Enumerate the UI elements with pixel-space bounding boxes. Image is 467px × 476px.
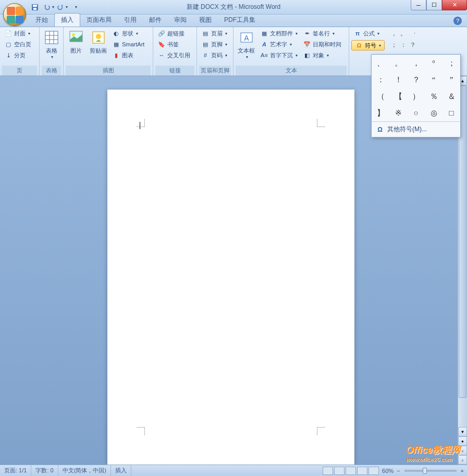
symbol-cell[interactable]: 】 bbox=[372, 105, 389, 121]
view-web-button[interactable] bbox=[346, 467, 356, 475]
footer-button[interactable]: ▤页脚▾ bbox=[199, 39, 229, 49]
header-button[interactable]: ▤页眉▾ bbox=[199, 28, 229, 39]
status-language[interactable]: 中文(简体，中国) bbox=[58, 465, 111, 476]
tab-references[interactable]: 引用 bbox=[118, 14, 143, 27]
zoom-slider[interactable] bbox=[404, 470, 457, 472]
hyperlink-button[interactable]: 🔗超链接 bbox=[155, 28, 192, 39]
save-icon[interactable] bbox=[29, 2, 41, 13]
title-bar: ▾ ▾ ▾ 新建 DOCX 文档 - Microsoft Word ─ ☐ ✕ bbox=[0, 0, 467, 15]
status-mode[interactable]: 插入 bbox=[111, 465, 131, 476]
symbol-cell[interactable]: ； bbox=[443, 55, 460, 71]
wordart-button[interactable]: A艺术字▾ bbox=[258, 39, 300, 49]
minimize-button[interactable]: ─ bbox=[411, 0, 426, 10]
help-button[interactable]: ? bbox=[453, 17, 462, 25]
redo-icon[interactable]: ▾ bbox=[56, 2, 68, 13]
page-break-button[interactable]: ⤓分页 bbox=[2, 50, 33, 60]
symbol-cell[interactable]: ： bbox=[372, 71, 389, 88]
quick-parts-button[interactable]: ▦文档部件▾ bbox=[258, 28, 300, 39]
bookmark-button[interactable]: 🔖书签 bbox=[155, 39, 192, 49]
symbol-cell[interactable]: 、 bbox=[372, 55, 389, 71]
symbol-cell[interactable]: ° bbox=[425, 55, 443, 71]
status-bar: 页面: 1/1 字数: 0 中文(简体，中国) 插入 60% − + bbox=[0, 465, 467, 476]
tab-insert[interactable]: 插入 bbox=[54, 13, 80, 27]
dropcap-button[interactable]: A≡首字下沉▾ bbox=[258, 50, 300, 60]
zoom-level[interactable]: 60% bbox=[382, 468, 394, 474]
view-fullscreen-button[interactable] bbox=[334, 467, 345, 475]
tab-view[interactable]: 视图 bbox=[193, 14, 218, 27]
group-tables: 表格▾ 表格 bbox=[40, 27, 64, 76]
symbol-button[interactable]: Ω符号▾ bbox=[351, 40, 385, 51]
shapes-button[interactable]: ◐形状▾ bbox=[110, 28, 146, 39]
svg-rect-2 bbox=[33, 8, 36, 10]
group-label: 表格 bbox=[42, 66, 61, 76]
office-button[interactable] bbox=[3, 3, 26, 26]
mini-symbol[interactable]: ： bbox=[400, 41, 407, 49]
text-cursor bbox=[140, 122, 140, 129]
picture-button[interactable]: 图片 bbox=[66, 28, 87, 56]
symbol-cell[interactable]: ※ bbox=[389, 105, 407, 121]
mini-symbol[interactable]: ？ bbox=[410, 41, 416, 49]
ribbon-tabs: 开始 插入 页面布局 引用 邮件 审阅 视图 PDF工具集 ? bbox=[0, 15, 467, 27]
tab-pdftools[interactable]: PDF工具集 bbox=[218, 14, 262, 27]
status-page[interactable]: 页面: 1/1 bbox=[0, 465, 31, 476]
tab-home[interactable]: 开始 bbox=[29, 14, 54, 27]
symbol-cell[interactable]: ○ bbox=[407, 105, 425, 121]
symbol-cell[interactable]: 【 bbox=[389, 88, 407, 105]
clipart-button[interactable]: 剪贴画 bbox=[88, 28, 109, 56]
mini-symbol[interactable]: 。 bbox=[400, 29, 407, 38]
mini-symbol-alt: · bbox=[414, 29, 415, 38]
view-outline-button[interactable] bbox=[357, 467, 367, 475]
symbol-cell[interactable]: ◎ bbox=[425, 105, 443, 121]
chart-button[interactable]: ▮图表 bbox=[110, 50, 146, 60]
table-button[interactable]: 表格▾ bbox=[42, 28, 61, 60]
maximize-button[interactable]: ☐ bbox=[426, 0, 442, 10]
textbox-button[interactable]: A文本框▾ bbox=[236, 28, 257, 60]
symbol-cell[interactable]: ） bbox=[407, 88, 425, 105]
document-page[interactable] bbox=[107, 90, 354, 465]
symbol-cell[interactable]: ？ bbox=[407, 71, 425, 88]
blank-page-button[interactable]: ▢空白页 bbox=[2, 39, 33, 49]
symbol-cell[interactable]: ＆ bbox=[443, 88, 460, 105]
close-button[interactable]: ✕ bbox=[442, 0, 467, 10]
symbol-cell[interactable]: ！ bbox=[389, 71, 407, 88]
cover-page-button[interactable]: 📄封面▾ bbox=[2, 28, 33, 39]
zoom-out-button[interactable]: − bbox=[397, 468, 400, 474]
more-symbols-button[interactable]: Ω 其他符号(M)... bbox=[372, 121, 460, 137]
group-label: 插图 bbox=[66, 66, 151, 76]
smartart-button[interactable]: ▦SmartArt bbox=[110, 39, 146, 49]
tab-review[interactable]: 审阅 bbox=[168, 14, 193, 27]
cross-reference-button[interactable]: ↔交叉引用 bbox=[155, 50, 192, 60]
group-text: A文本框▾ ▦文档部件▾ A艺术字▾ A≡首字下沉▾ ✒签名行▾ 📅日期和时间 … bbox=[233, 27, 349, 76]
page-number-button[interactable]: #页码▾ bbox=[199, 50, 229, 60]
omega-icon: Ω bbox=[376, 126, 384, 134]
tab-mailings[interactable]: 邮件 bbox=[143, 14, 168, 27]
zoom-thumb[interactable] bbox=[423, 468, 427, 474]
date-time-button[interactable]: 📅日期和时间 bbox=[301, 39, 343, 49]
quick-access-toolbar: ▾ ▾ ▾ bbox=[29, 2, 81, 13]
symbol-cell[interactable]: “ bbox=[425, 71, 443, 88]
view-draft-button[interactable] bbox=[368, 467, 379, 475]
view-print-button[interactable] bbox=[323, 467, 333, 475]
group-label: 链接 bbox=[155, 66, 194, 76]
symbol-grid: 、 。 ， ° ； ： ！ ？ “ ” （ 【 ） ％ ＆ 】 ※ ○ ◎ □ bbox=[372, 55, 460, 121]
symbol-cell[interactable]: □ bbox=[443, 105, 460, 121]
symbol-cell[interactable]: ％ bbox=[425, 88, 443, 105]
tab-pagelayout[interactable]: 页面布局 bbox=[80, 14, 118, 27]
undo-icon[interactable]: ▾ bbox=[43, 2, 54, 13]
status-words[interactable]: 字数: 0 bbox=[31, 465, 58, 476]
object-button[interactable]: ◧对象▾ bbox=[301, 50, 343, 60]
mini-symbol[interactable]: ； bbox=[391, 41, 397, 49]
signature-line-button[interactable]: ✒签名行▾ bbox=[301, 28, 343, 39]
symbol-cell[interactable]: ” bbox=[443, 71, 460, 88]
symbol-cell[interactable]: ， bbox=[407, 55, 425, 71]
zoom-in-button[interactable]: + bbox=[461, 468, 464, 474]
group-illustrations: 图片 剪贴画 ◐形状▾ ▦SmartArt ▮图表 插图 bbox=[64, 27, 153, 76]
qat-customize-icon[interactable]: ▾ bbox=[70, 2, 81, 13]
symbol-cell[interactable]: 。 bbox=[389, 55, 407, 71]
symbol-cell[interactable]: （ bbox=[372, 88, 389, 105]
equation-button[interactable]: π公式▾ bbox=[351, 28, 385, 39]
group-links: 🔗超链接 🔖书签 ↔交叉引用 链接 bbox=[153, 27, 197, 76]
scroll-down-button[interactable]: ▼ bbox=[458, 427, 467, 436]
watermark: Office教程网 www.office26.com bbox=[406, 444, 461, 462]
mini-symbol[interactable]: ， bbox=[391, 29, 397, 38]
